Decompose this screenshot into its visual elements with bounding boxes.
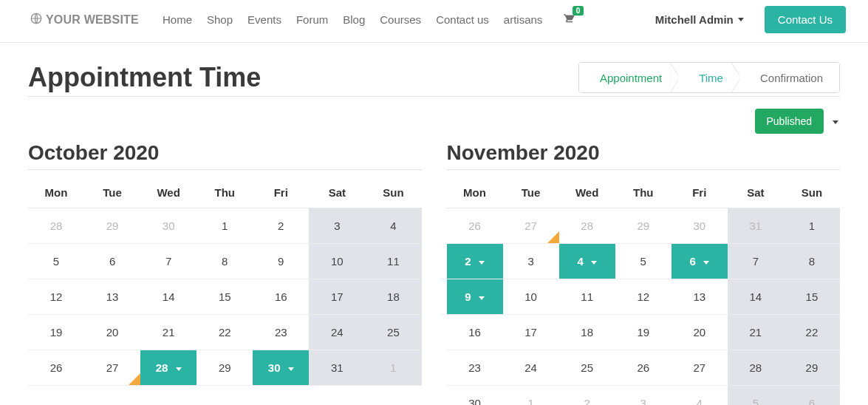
- day-number: 23: [468, 361, 481, 374]
- calendar-day: 23: [447, 350, 503, 386]
- chevron-down-icon: [738, 18, 744, 21]
- day-number: 9: [465, 290, 471, 303]
- calendar-day: 18: [365, 279, 421, 315]
- day-number: 1: [222, 219, 228, 232]
- day-number: 29: [637, 219, 649, 232]
- calendar-day: 5: [615, 244, 671, 279]
- calendar-day: 30: [140, 208, 197, 244]
- calendar-day: 9: [253, 244, 309, 279]
- nav-link-courses[interactable]: Courses: [380, 13, 421, 26]
- calendar-day: 8: [784, 244, 840, 279]
- weekday-header: Fri: [671, 177, 728, 208]
- published-button[interactable]: Published: [755, 109, 824, 134]
- day-number: 27: [106, 361, 119, 374]
- step-appointment[interactable]: Appointment: [579, 63, 678, 92]
- day-number: 1: [527, 397, 533, 405]
- weekday-header: Thu: [197, 177, 253, 208]
- calendar-day-available[interactable]: 30: [253, 350, 309, 386]
- calendar-table: MonTueWedThuFriSatSun26272829303112 34 5…: [447, 177, 841, 405]
- calendar-day: 11: [559, 279, 615, 315]
- day-number: 8: [222, 255, 228, 268]
- day-number: 5: [753, 397, 759, 405]
- calendar-day: 16: [253, 279, 309, 315]
- day-number: 6: [809, 397, 815, 405]
- calendar-day-available[interactable]: 4: [559, 244, 615, 279]
- day-number: 10: [524, 290, 537, 303]
- calendar-day: 4: [365, 208, 421, 244]
- day-number: 2: [278, 219, 284, 232]
- calendar-day-available[interactable]: 28: [140, 350, 197, 386]
- globe-icon: [30, 12, 43, 28]
- calendar-day: 26: [615, 350, 671, 386]
- nav-link-forum[interactable]: Forum: [296, 13, 328, 26]
- day-number: 25: [387, 326, 400, 338]
- day-number: 12: [637, 290, 649, 303]
- day-number: 20: [693, 326, 705, 338]
- calendar-day: 4: [671, 386, 728, 406]
- user-menu[interactable]: Mitchell Admin: [655, 13, 744, 26]
- step-time[interactable]: Time: [678, 63, 739, 92]
- nav-link-home[interactable]: Home: [163, 13, 192, 26]
- calendar-day-available[interactable]: 6: [671, 244, 728, 279]
- calendar-day: 2: [559, 386, 615, 406]
- day-number: 26: [637, 361, 649, 374]
- calendar-day: 18: [559, 315, 615, 350]
- calendar-day: 20: [671, 315, 728, 350]
- calendar-day: 12: [28, 279, 84, 315]
- calendar-day: 14: [728, 279, 784, 315]
- contact-us-button[interactable]: Contact Us: [765, 6, 846, 33]
- day-number: 7: [165, 255, 171, 268]
- cart-button[interactable]: 0: [561, 12, 575, 27]
- calendar-table: MonTueWedThuFriSatSun2829301234567891011…: [28, 177, 422, 386]
- calendar-day: 21: [140, 315, 197, 350]
- site-logo[interactable]: YOUR WEBSITE: [30, 12, 139, 28]
- weekday-header: Mon: [28, 177, 84, 208]
- calendar-day: 11: [365, 244, 421, 279]
- day-number: 4: [697, 397, 703, 405]
- calendar-month: November 2020MonTueWedThuFriSatSun262728…: [447, 141, 841, 405]
- day-number: 5: [53, 255, 59, 268]
- chevron-down-icon: [479, 261, 485, 265]
- nav-link-artisans[interactable]: artisans: [504, 13, 543, 26]
- calendar-day: 13: [671, 279, 728, 315]
- calendar-day: 7: [140, 244, 197, 279]
- weekday-header: Sun: [365, 177, 421, 208]
- day-number: 26: [468, 219, 481, 232]
- day-number: 14: [750, 290, 762, 303]
- logo-text: YOUR WEBSITE: [46, 13, 139, 27]
- nav-link-contactus[interactable]: Contact us: [436, 13, 489, 26]
- calendar-day: 29: [784, 350, 840, 386]
- calendar-day: 5: [28, 244, 84, 279]
- day-number: 28: [50, 219, 63, 232]
- weekday-header: Tue: [84, 177, 140, 208]
- day-number: 7: [753, 255, 759, 268]
- step-confirmation[interactable]: Confirmation: [739, 63, 839, 92]
- calendar-day: 26: [28, 350, 84, 386]
- calendar-day: 25: [559, 350, 615, 386]
- nav-link-events[interactable]: Events: [247, 13, 281, 26]
- calendar-day: 16: [447, 315, 503, 350]
- calendar-day: 7: [728, 244, 784, 279]
- calendar-day: 31: [728, 208, 784, 244]
- day-number: 30: [693, 219, 705, 232]
- weekday-header: Wed: [559, 177, 615, 208]
- nav-link-blog[interactable]: Blog: [343, 13, 365, 26]
- weekday-header: Fri: [253, 177, 309, 208]
- calendar-day: 29: [197, 350, 253, 386]
- day-number: 20: [106, 326, 119, 338]
- publish-caret-icon[interactable]: [831, 114, 840, 129]
- day-number: 29: [806, 361, 819, 374]
- progress-stepper: Appointment Time Confirmation: [578, 62, 840, 93]
- calendar-month: October 2020MonTueWedThuFriSatSun2829301…: [28, 141, 422, 405]
- nav-link-shop[interactable]: Shop: [207, 13, 233, 26]
- calendar-day: 6: [84, 244, 140, 279]
- calendar-day: 12: [615, 279, 671, 315]
- calendar-day-available[interactable]: 9: [447, 279, 503, 315]
- day-number: 30: [163, 219, 175, 232]
- calendar-day: 28: [559, 208, 615, 244]
- main-nav: Home Shop Events Forum Blog Courses Cont…: [163, 13, 542, 26]
- day-number: 1: [390, 361, 396, 374]
- day-number: 4: [577, 255, 583, 268]
- calendar-day: 3: [615, 386, 671, 406]
- calendar-day-available[interactable]: 2: [447, 244, 503, 279]
